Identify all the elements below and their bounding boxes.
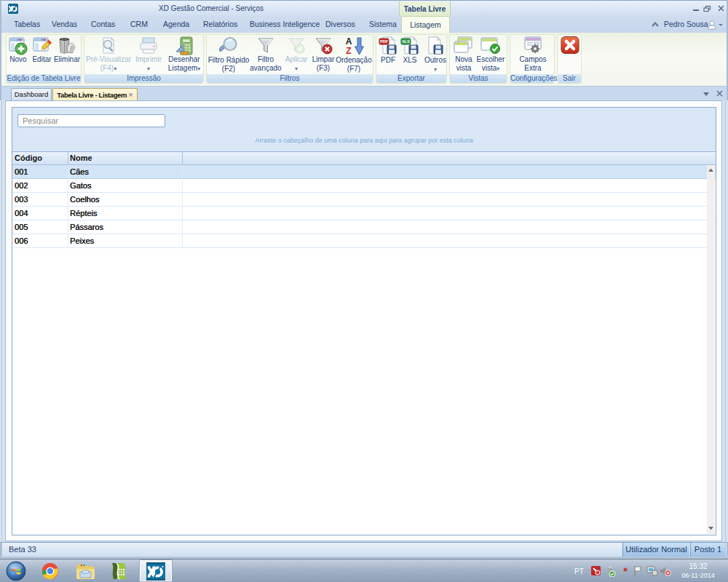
svg-text:A: A [345, 36, 352, 47]
svg-text:Z: Z [346, 46, 351, 56]
svg-text:PDF: PDF [380, 39, 389, 44]
svg-text:XLS: XLS [402, 39, 410, 44]
